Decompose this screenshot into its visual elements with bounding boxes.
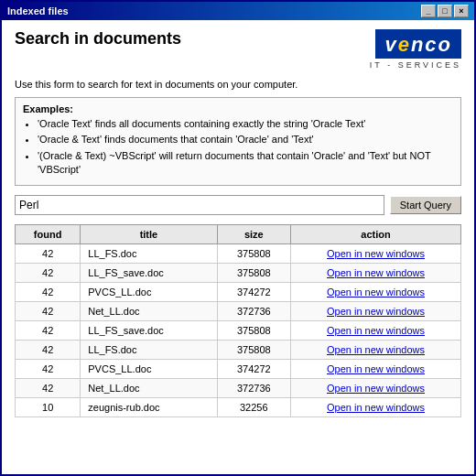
cell-size: 375808	[217, 340, 291, 359]
examples-list: 'Oracle Text' finds all documents contai…	[23, 117, 453, 178]
cell-action: Open in new windows	[291, 340, 461, 359]
results-table: found title size action 42LL_FS.doc37580…	[15, 224, 461, 417]
cell-action: Open in new windows	[291, 378, 461, 397]
table-body: 42LL_FS.doc375808Open in new windows42LL…	[16, 243, 461, 416]
cell-found: 10	[16, 397, 81, 416]
open-link[interactable]: Open in new windows	[327, 383, 425, 394]
open-link[interactable]: Open in new windows	[327, 344, 425, 355]
open-link[interactable]: Open in new windows	[327, 402, 425, 413]
cell-title: LL_FS.doc	[81, 340, 217, 359]
table-row: 42LL_FS.doc375808Open in new windows	[16, 243, 461, 263]
window-title: Indexed files	[7, 5, 69, 16]
table-row: 42LL_FS_save.doc375808Open in new window…	[16, 263, 461, 282]
cell-found: 42	[16, 282, 81, 301]
cell-action: Open in new windows	[291, 243, 461, 263]
cell-title: PVCS_LL.doc	[81, 282, 217, 301]
table-header: found title size action	[16, 224, 461, 243]
page-description: Use this form to search for text in docu…	[15, 79, 461, 90]
col-found: found	[16, 224, 81, 243]
page-content: Search in documents venco IT - SERVICES …	[2, 20, 474, 474]
cell-found: 42	[16, 320, 81, 340]
cell-title: Net_LL.doc	[81, 378, 217, 397]
cell-size: 375808	[217, 243, 291, 263]
table-row: 42LL_FS_save.doc375808Open in new window…	[16, 320, 461, 340]
cell-title: Net_LL.doc	[81, 301, 217, 320]
cell-found: 42	[16, 263, 81, 282]
main-window: Indexed files _ □ × Search in documents …	[0, 0, 476, 476]
cell-action: Open in new windows	[291, 359, 461, 378]
cell-size: 374272	[217, 282, 291, 301]
col-title: title	[81, 224, 217, 243]
cell-action: Open in new windows	[291, 282, 461, 301]
venco-logo: venco	[375, 29, 461, 59]
window-controls: _ □ ×	[421, 5, 469, 17]
title-bar: Indexed files _ □ ×	[2, 2, 474, 20]
cell-action: Open in new windows	[291, 397, 461, 416]
open-link[interactable]: Open in new windows	[327, 287, 425, 298]
table-row: 42PVCS_LL.doc374272Open in new windows	[16, 359, 461, 378]
cell-title: LL_FS_save.doc	[81, 320, 217, 340]
cell-title: zeugnis-rub.doc	[81, 397, 217, 416]
logo-container: venco IT - SERVICES	[370, 29, 461, 70]
col-size: size	[217, 224, 291, 243]
search-input[interactable]	[15, 195, 384, 215]
maximize-button[interactable]: □	[438, 5, 452, 17]
cell-action: Open in new windows	[291, 263, 461, 282]
open-link[interactable]: Open in new windows	[327, 248, 425, 259]
example-item-3: '(Oracle & Text) ~VBScript' will return …	[38, 149, 453, 178]
open-link[interactable]: Open in new windows	[327, 325, 425, 336]
cell-size: 32256	[217, 397, 291, 416]
example-item-1: 'Oracle Text' finds all documents contai…	[38, 117, 453, 131]
logo-subtitle: IT - SERVICES	[370, 60, 461, 70]
table-row: 10zeugnis-rub.doc32256Open in new window…	[16, 397, 461, 416]
open-link[interactable]: Open in new windows	[327, 306, 425, 317]
cell-found: 42	[16, 340, 81, 359]
cell-size: 372736	[217, 301, 291, 320]
cell-found: 42	[16, 378, 81, 397]
examples-label: Examples:	[23, 103, 453, 114]
table-row: 42Net_LL.doc372736Open in new windows	[16, 378, 461, 397]
cell-found: 42	[16, 301, 81, 320]
page-header: Search in documents venco IT - SERVICES	[15, 29, 461, 70]
open-link[interactable]: Open in new windows	[327, 267, 425, 278]
cell-title: PVCS_LL.doc	[81, 359, 217, 378]
table-row: 42PVCS_LL.doc374272Open in new windows	[16, 282, 461, 301]
minimize-button[interactable]: _	[421, 5, 436, 17]
table-row: 42LL_FS.doc375808Open in new windows	[16, 340, 461, 359]
table-row: 42Net_LL.doc372736Open in new windows	[16, 301, 461, 320]
start-query-button[interactable]: Start Query	[390, 196, 461, 214]
cell-size: 374272	[217, 359, 291, 378]
page-title: Search in documents	[15, 29, 181, 49]
cell-found: 42	[16, 243, 81, 263]
cell-title: LL_FS_save.doc	[81, 263, 217, 282]
example-item-2: 'Oracle & Text' finds documents that con…	[38, 133, 453, 146]
cell-size: 372736	[217, 378, 291, 397]
col-action: action	[291, 224, 461, 243]
cell-size: 375808	[217, 320, 291, 340]
open-link[interactable]: Open in new windows	[327, 363, 425, 374]
cell-action: Open in new windows	[291, 320, 461, 340]
cell-title: LL_FS.doc	[81, 243, 217, 263]
cell-found: 42	[16, 359, 81, 378]
close-button[interactable]: ×	[454, 5, 469, 17]
cell-size: 375808	[217, 263, 291, 282]
cell-action: Open in new windows	[291, 301, 461, 320]
search-row: Start Query	[15, 195, 461, 215]
examples-section: Examples: 'Oracle Text' finds all docume…	[15, 97, 461, 186]
